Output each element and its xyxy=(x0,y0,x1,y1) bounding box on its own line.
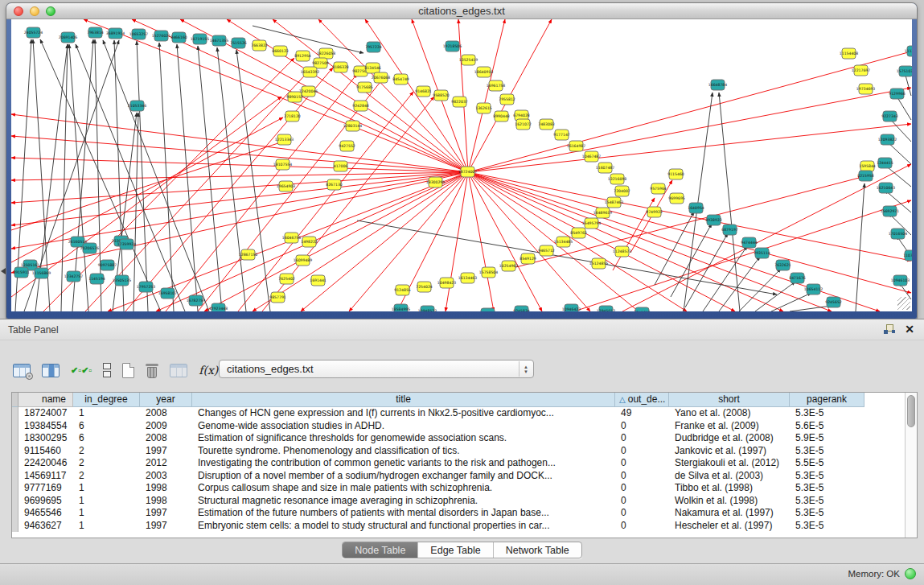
graph-node[interactable]: 12217697 xyxy=(852,65,870,76)
table-cell[interactable]: 9777169 xyxy=(18,482,73,495)
table-cell[interactable]: Stergiakouli et al. (2012) xyxy=(669,457,790,470)
graph-node[interactable]: 13505135 xyxy=(113,275,131,286)
column-visibility-icon[interactable] xyxy=(42,364,60,377)
graph-node[interactable]: 1145194 xyxy=(88,274,105,284)
table-row[interactable]: 2242004622012Investigating the contribut… xyxy=(12,457,905,470)
graph-node[interactable]: 7625402 xyxy=(278,274,295,284)
graph-node[interactable]: 6879197 xyxy=(721,225,738,235)
graph-node[interactable]: 11607487 xyxy=(596,163,614,173)
table-cell[interactable]: Investigating the contribution of common… xyxy=(192,457,615,470)
graph-node[interactable]: 16099489 xyxy=(294,255,312,266)
graph-node[interactable]: 9177147 xyxy=(553,130,570,140)
column-header-name[interactable]: name xyxy=(18,393,73,407)
graph-node[interactable]: 8215958 xyxy=(857,171,874,181)
graph-node[interactable]: 9124855 xyxy=(394,285,411,295)
delete-column-icon[interactable] xyxy=(146,363,158,378)
graph-node[interactable]: 10467487 xyxy=(582,151,601,162)
graph-node[interactable]: 15276021 xyxy=(152,31,170,41)
graph-node[interactable]: 2718120 xyxy=(284,111,301,122)
table-row[interactable]: 911546021997Tourette syndrome. Phenomeno… xyxy=(12,445,905,458)
graph-node[interactable]: 9465712 xyxy=(538,245,555,256)
graph-node[interactable]: 7632621 xyxy=(774,260,791,270)
table-cell[interactable]: Structural magnetic resonance image aver… xyxy=(192,495,615,508)
table-cell[interactable]: 5.3E-5 xyxy=(790,407,864,420)
graph-node[interactable]: 9245834 xyxy=(513,306,530,311)
graph-node[interactable]: 9245652 xyxy=(825,297,842,307)
graph-node[interactable]: 10498423 xyxy=(437,278,456,288)
graph-node[interactable]: 1107533 xyxy=(903,250,912,261)
table-cell[interactable]: 2003 xyxy=(140,470,192,483)
table-cell[interactable]: 1 xyxy=(73,482,140,495)
graph-node[interactable]: 24055724 xyxy=(24,27,43,38)
graph-node[interactable]: 9115460 xyxy=(667,169,684,179)
graph-node[interactable]: 16164987 xyxy=(567,141,585,151)
graph-node[interactable]: 9890157 xyxy=(286,92,303,102)
table-selector-dropdown[interactable]: citations_edges.txt ▲▼ xyxy=(219,360,534,378)
table-cell[interactable]: 1998 xyxy=(140,482,192,495)
graph-node[interactable]: 13216098 xyxy=(608,174,626,184)
graph-node[interactable]: 18300295 xyxy=(426,177,445,187)
table-cell[interactable]: 9463627 xyxy=(18,520,73,533)
graph-node[interactable]: 19734693 xyxy=(856,84,875,94)
graph-node[interactable]: 16543392 xyxy=(301,67,319,77)
table-mode-icon[interactable] xyxy=(13,364,31,377)
table-cell[interactable]: 0 xyxy=(615,420,669,433)
table-cell[interactable]: 1 xyxy=(73,407,140,420)
table-cell[interactable]: 0 xyxy=(615,445,669,458)
table-cell[interactable]: 1 xyxy=(73,520,140,533)
graph-node[interactable]: 8990448 xyxy=(493,111,510,122)
graph-node[interactable]: 7254024 xyxy=(416,282,433,292)
graph-node[interactable]: 8466160 xyxy=(170,32,187,43)
table-cell[interactable]: 0 xyxy=(615,482,669,495)
graph-node[interactable]: 10254963 xyxy=(499,261,518,271)
graph-node[interactable]: 8549129 xyxy=(519,253,536,264)
network-graph[interactable]: 2405572420691406796381436891914106532571… xyxy=(11,19,912,311)
graph-node[interactable]: 9474444 xyxy=(741,237,758,248)
graph-node[interactable]: 16210643 xyxy=(877,183,895,193)
table-cell[interactable]: 2009 xyxy=(140,420,192,433)
graph-node[interactable]: 8454749 xyxy=(392,74,409,84)
graph-node[interactable]: 1595844 xyxy=(859,161,876,171)
table-cell[interactable]: Dudbridge et al. (2008) xyxy=(669,432,790,445)
new-column-icon[interactable] xyxy=(122,363,134,378)
table-cell[interactable]: 2008 xyxy=(140,407,192,420)
row-selection-icon[interactable]: ✔▫✔▫ xyxy=(71,368,92,373)
graph-node[interactable]: 8134546 xyxy=(364,63,381,73)
graph-node[interactable]: 10654112 xyxy=(804,284,823,295)
graph-node[interactable]: 8660123 xyxy=(272,46,289,56)
graph-node[interactable]: 19218506 xyxy=(443,41,462,51)
tab-network-table[interactable]: Network Table xyxy=(494,542,581,558)
table-cell[interactable]: 2 xyxy=(73,457,140,470)
graph-node[interactable]: 16961758 xyxy=(487,80,505,91)
graph-node[interactable]: 16648784 xyxy=(708,80,727,90)
table-cell[interactable]: 1998 xyxy=(140,495,192,508)
table-cell[interactable]: 9465546 xyxy=(18,507,73,520)
table-cell[interactable]: 18300295 xyxy=(18,432,73,445)
column-header-short[interactable]: short xyxy=(669,393,790,407)
graph-node[interactable]: 18226058 xyxy=(317,48,335,59)
table-cell[interactable]: Tibbo et al. (1998) xyxy=(669,482,790,495)
graph-node[interactable]: 16958107 xyxy=(158,288,177,299)
table-row[interactable]: 946554611997Estimation of the future num… xyxy=(12,507,905,520)
table-cell[interactable]: 1997 xyxy=(140,445,192,458)
graph-node[interactable]: 1244415 xyxy=(877,158,893,168)
table-cell[interactable]: 1997 xyxy=(140,520,192,533)
graph-node[interactable]: 1621072 xyxy=(515,119,532,130)
graph-node[interactable]: 7515526 xyxy=(230,38,247,48)
table-cell[interactable]: 9699695 xyxy=(18,495,73,508)
graph-node[interactable]: 10946103 xyxy=(891,275,910,286)
memory-indicator-icon[interactable] xyxy=(905,568,916,579)
table-cell[interactable]: 0 xyxy=(615,470,669,483)
table-cell[interactable]: Nakamura et al. (1997) xyxy=(669,507,790,520)
graph-node[interactable]: 7957224 xyxy=(365,42,382,52)
graph-node[interactable]: 7963814 xyxy=(87,27,104,38)
graph-node[interactable]: 8938923 xyxy=(705,215,722,225)
graph-node[interactable]: 9699695 xyxy=(668,193,685,204)
graph-node[interactable]: 90975887 xyxy=(98,260,117,270)
graph-node[interactable]: 7204007 xyxy=(614,186,630,196)
table-cell[interactable]: 2 xyxy=(73,470,140,483)
graph-node[interactable]: 20691406 xyxy=(59,32,77,43)
graph-node[interactable]: 19245012 xyxy=(478,308,497,311)
table-cell[interactable]: 5.3E-5 xyxy=(790,520,864,533)
graph-node[interactable]: 8471676 xyxy=(789,273,806,283)
